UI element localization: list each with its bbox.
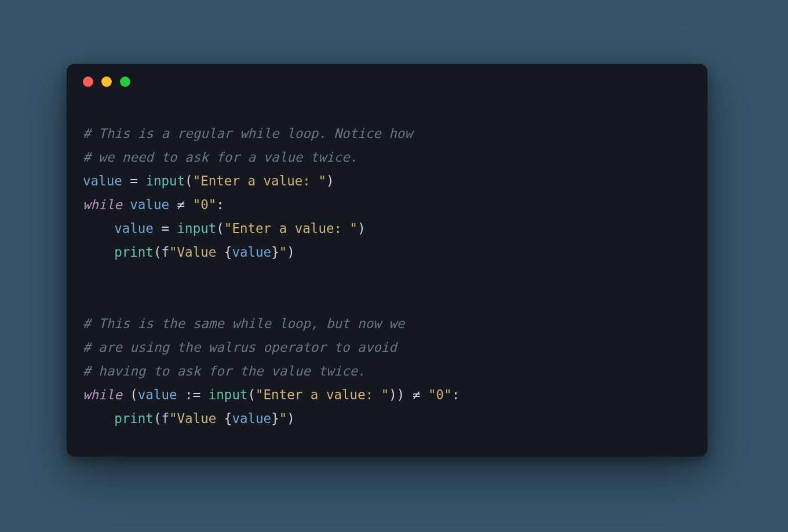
string: "Value — [169, 245, 224, 260]
string: "Enter a value: " — [193, 173, 326, 188]
indent — [83, 245, 114, 260]
string: "0" — [193, 197, 217, 212]
paren: )) — [389, 387, 413, 402]
space — [122, 197, 130, 212]
code-block: # This is a regular while loop. Notice h… — [67, 87, 707, 448]
f-prefix: f — [161, 245, 169, 260]
variable: value — [130, 197, 169, 212]
indent — [83, 221, 114, 236]
brace: { — [224, 245, 232, 260]
brace: { — [224, 411, 232, 426]
operator-walrus: := — [177, 387, 209, 402]
paren: ) — [326, 173, 334, 188]
space — [122, 387, 130, 402]
keyword-while: while — [83, 197, 122, 212]
paren: ) — [287, 245, 295, 260]
comment: # are using the walrus operator to avoid — [83, 340, 397, 355]
variable: value — [232, 411, 271, 426]
paren: ( — [154, 245, 162, 260]
string: "Enter a value: " — [224, 221, 357, 236]
close-icon[interactable] — [83, 76, 93, 87]
func-call: input — [145, 173, 185, 188]
paren: ( — [185, 173, 193, 188]
string: " — [279, 411, 287, 426]
f-prefix: f — [161, 411, 169, 426]
paren: ( — [247, 387, 256, 402]
brace: } — [271, 245, 279, 260]
comment: # having to ask for the value twice. — [83, 363, 366, 378]
code-window: # This is a regular while loop. Notice h… — [67, 64, 707, 457]
func-call: input — [209, 387, 248, 402]
colon: : — [216, 197, 224, 212]
comment: # we need to ask for a value twice. — [83, 150, 357, 165]
variable: value — [83, 173, 122, 188]
paren: ( — [154, 411, 162, 426]
zoom-icon[interactable] — [120, 76, 130, 87]
func-call: print — [114, 411, 154, 426]
paren: ) — [357, 221, 366, 236]
minimize-icon[interactable] — [101, 76, 112, 87]
string: "Enter a value: " — [256, 387, 389, 402]
comment: # This is the same while loop, but now w… — [83, 316, 404, 331]
variable: value — [138, 387, 177, 402]
string: "Value — [169, 411, 224, 426]
colon: : — [452, 387, 460, 402]
paren: ( — [130, 387, 138, 402]
string: " — [279, 245, 287, 260]
string: "0" — [428, 387, 452, 402]
brace: } — [271, 411, 279, 426]
window-controls — [67, 64, 707, 87]
func-call: print — [114, 245, 154, 260]
operator-eq: = — [122, 173, 146, 188]
operator-eq: = — [154, 221, 177, 236]
func-call: input — [177, 221, 217, 236]
comment: # This is a regular while loop. Notice h… — [83, 126, 413, 141]
operator-neq: ≠ — [169, 193, 193, 217]
variable: value — [232, 245, 271, 260]
operator-neq: ≠ — [413, 383, 428, 407]
variable: value — [114, 221, 154, 236]
paren: ( — [216, 221, 224, 236]
indent — [83, 411, 114, 426]
paren: ) — [287, 411, 295, 426]
keyword-while: while — [83, 387, 122, 402]
